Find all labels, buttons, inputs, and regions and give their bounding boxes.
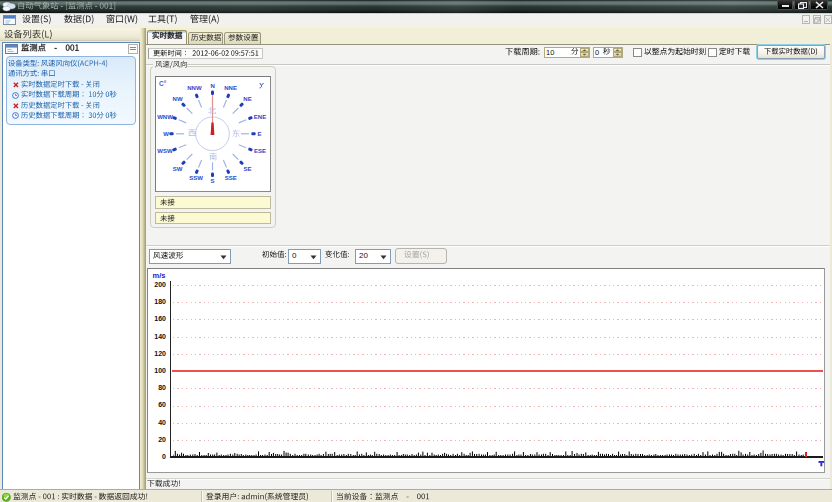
svg-text:NW: NW xyxy=(173,96,183,102)
svg-text:S: S xyxy=(211,178,215,184)
svg-text:SSW: SSW xyxy=(189,175,203,181)
svg-text:ESE: ESE xyxy=(254,148,266,154)
svg-text:N: N xyxy=(211,83,215,89)
svg-text:SSE: SSE xyxy=(225,175,237,181)
svg-text:ENE: ENE xyxy=(254,114,266,120)
svg-text:NNW: NNW xyxy=(187,85,202,91)
svg-text:E: E xyxy=(257,131,261,137)
svg-text:C°: C° xyxy=(159,80,167,87)
svg-text:NE: NE xyxy=(243,96,251,102)
svg-text:SW: SW xyxy=(173,166,183,172)
svg-text:NNE: NNE xyxy=(224,85,237,91)
svg-text:W: W xyxy=(163,131,169,137)
svg-text:SE: SE xyxy=(243,166,251,172)
svg-text:WNW: WNW xyxy=(157,114,173,120)
svg-text:WSW: WSW xyxy=(157,148,173,154)
